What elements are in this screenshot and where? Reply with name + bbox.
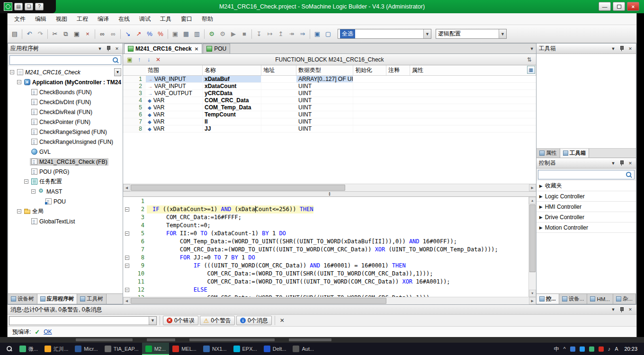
help-icon[interactable]: ? [35, 3, 44, 10]
scroll-right-icon[interactable]: ▶ [529, 184, 536, 191]
tree-item-application[interactable]: −Application (MyController : TM24 [8, 77, 123, 87]
paste-icon[interactable]: ▣ [72, 29, 82, 39]
toolbox-item-hmi-controller[interactable]: ▶HMI Controller [537, 202, 636, 212]
tree-item-m241-crc16-check-fb[interactable]: M241_CRC16_Check (FB) [8, 157, 123, 167]
fold-toggle-icon[interactable]: − [125, 256, 129, 260]
search-icon[interactable] [626, 172, 632, 178]
controller-search-input[interactable] [538, 170, 635, 179]
tree-item-checkrangesigned[interactable]: CheckRangeSigned (FUN) [8, 127, 123, 137]
code-line[interactable]: −12 ELSE [123, 286, 528, 294]
menu-item-help[interactable]: 帮助 [197, 13, 218, 25]
tab-tools-tree[interactable]: 工具树 [77, 294, 107, 304]
tree-item-globaltextlist[interactable]: GlobalTextList [8, 216, 123, 226]
taskbar-item-tia[interactable]: TIA_EAP... [101, 343, 142, 355]
tab-toolbox[interactable]: 工具箱 [560, 149, 590, 158]
find-icon[interactable]: ∞ [97, 29, 107, 39]
print-icon[interactable]: ▤ [9, 29, 20, 39]
paste-special-icon[interactable]: ▣ [170, 29, 180, 39]
taskbar-item-nx[interactable]: NX1... [200, 343, 230, 355]
minimize-button[interactable]: — [599, 2, 611, 11]
code-vscrollbar[interactable]: ▲ ▼ [528, 197, 536, 297]
tree-item-pou-prg[interactable]: POU (PRG) [8, 167, 123, 177]
code-line[interactable]: −5 FOR II:=0 TO (xDataCount-1) BY 1 DO [123, 230, 528, 238]
chevron-down-icon[interactable]: ▼ [610, 160, 617, 167]
toolbox-item-favorites[interactable]: ▶收藏夹 [537, 181, 636, 191]
editor-splitter[interactable]: ▲ ▼ [123, 191, 536, 197]
restore-button[interactable] [613, 2, 625, 11]
column-header-5[interactable]: 注释 [386, 65, 410, 75]
close-icon[interactable]: ✕ [627, 160, 634, 167]
percent-red-icon[interactable]: % [155, 29, 166, 39]
code-line[interactable]: 10 COM_CRC_Data:=(WORD_TO_UINT(SHR((UINT… [123, 270, 528, 278]
search-icon[interactable] [113, 57, 119, 63]
splitter-down-icon[interactable]: ▼ [328, 194, 331, 196]
grid-dropdown-icon[interactable]: ▦ [181, 29, 191, 39]
copy-icon[interactable]: ⧉ [61, 29, 71, 39]
clear-messages-button[interactable]: ✕ [278, 316, 286, 325]
column-header-2[interactable]: 地址 [261, 65, 296, 75]
taskbar-item-epx[interactable]: EPX... [230, 343, 260, 355]
declaration-row[interactable]: 5◆VARCOM_Temp_DataUINT [123, 104, 536, 111]
settings-gear-icon[interactable]: ⚙ [217, 29, 228, 39]
menu-item-file[interactable]: 文件 [9, 13, 30, 25]
code-line[interactable]: −8 FOR JJ:=0 TO 7 BY 1 DO [123, 254, 528, 262]
tab-applications-tree[interactable]: 应用程序树 [37, 294, 78, 304]
fold-toggle-icon[interactable]: − [125, 231, 129, 236]
tab-close-icon[interactable]: ✕ [195, 46, 198, 52]
code-hscrollbar[interactable]: ◀ ▶ [123, 297, 536, 304]
scroll-left-icon[interactable]: ◀ [123, 297, 130, 304]
tree-item-global[interactable]: −全局 [8, 206, 123, 216]
declaration-row[interactable]: 8◆VARJJUINT [123, 125, 536, 133]
build-blue-icon[interactable]: ↘ [123, 29, 133, 39]
close-button[interactable]: × [627, 2, 639, 11]
menu-item-tools[interactable]: 工具 [155, 13, 176, 25]
tree-item-mast-pou[interactable]: POU [8, 196, 123, 206]
menu-item-project[interactable]: 工程 [72, 13, 93, 25]
tree-item-gvl[interactable]: GVL [8, 147, 123, 157]
chevron-down-icon[interactable]: ▼ [423, 29, 431, 38]
collapse-icon[interactable]: − [24, 179, 28, 184]
code-line[interactable]: 11 COM_CRC_Data:=(WORD_TO_UINT((UINT_TO_… [123, 278, 528, 286]
tab-devices-tree[interactable]: 设备树 [8, 294, 37, 304]
scrollbar-thumb[interactable] [131, 298, 386, 304]
redo-icon[interactable]: ↷ [35, 29, 45, 39]
select-all-combo[interactable]: 全选 ▼ [338, 29, 431, 39]
messages-filter-button[interactable]: 0个消息 [236, 316, 272, 325]
pin-icon[interactable] [618, 45, 625, 52]
refactor-icon[interactable]: ⚙ [206, 29, 217, 39]
chevron-down-icon[interactable]: ▼ [149, 317, 156, 325]
declaration-row[interactable]: 1→VAR_INPUTxDataBufARRAY[0..127] OF UINT [123, 76, 536, 83]
code-editor[interactable]: 1−2IF ((xDataCount>=1) AND (xDataCount<=… [123, 197, 536, 297]
logic-config-combo[interactable]: 逻辑配置 ▼ [436, 29, 507, 39]
collapse-icon[interactable]: − [31, 189, 36, 194]
doc-tab-pou[interactable]: POU [203, 44, 230, 53]
toolbox-item-drive-controller[interactable]: ▶Drive Controller [537, 212, 636, 222]
percent-blue-icon[interactable]: % [144, 29, 155, 39]
taskbar-item-somachine[interactable]: M2... [142, 343, 169, 355]
tree-item-mast[interactable]: −MAST [8, 186, 123, 196]
tab-list-icon[interactable]: ▼ [530, 46, 534, 51]
add-icon[interactable]: ▣ [125, 55, 134, 64]
pin-icon[interactable] [618, 306, 625, 313]
tree-item-task-config[interactable]: −任务配置 [8, 177, 123, 186]
menu-item-debug[interactable]: 调试 [134, 13, 155, 25]
stop-icon[interactable]: ■ [239, 29, 250, 39]
scroll-right-icon[interactable]: ▶ [529, 297, 536, 304]
code-line[interactable]: 1 [123, 197, 528, 205]
tree-item-project-root[interactable]: −M241_CRC16_Check▼ [8, 67, 123, 77]
column-header-0[interactable]: 范围 [146, 65, 203, 75]
close-icon[interactable]: ✕ [627, 45, 634, 52]
errors-filter-button[interactable]: 0个错误 [163, 316, 198, 325]
chevron-down-icon[interactable]: ▼ [97, 45, 103, 52]
run-to-cursor-icon[interactable]: ↠ [286, 29, 297, 39]
pin-icon[interactable] [618, 160, 625, 167]
scroll-down-icon[interactable]: ▼ [529, 290, 536, 297]
chevron-down-icon[interactable]: ▼ [610, 306, 617, 313]
code-line[interactable]: 7 COM_CRC_Data:=(WORD_TO_UINT((UINT_TO_W… [123, 246, 528, 254]
scrollbar-thumb[interactable] [131, 185, 345, 191]
taskbar-item-delta[interactable]: Delt... [260, 343, 290, 355]
menu-item-window[interactable]: 窗口 [176, 13, 197, 25]
step-out-icon[interactable]: ↥ [276, 29, 286, 39]
declaration-row[interactable]: 4◆VARCOM_CRC_DataUINT [123, 97, 536, 104]
delete-icon[interactable]: × [82, 29, 93, 39]
